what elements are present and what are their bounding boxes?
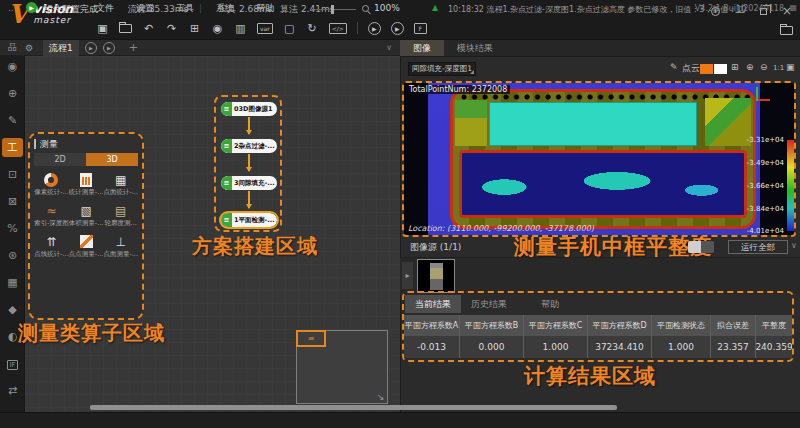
color-swatch-white[interactable] — [714, 64, 727, 74]
operator-point-plane-stat[interactable]: ▦ 点面统计-... — [103, 171, 138, 197]
operator-pixel-stat[interactable]: 像素统计-... — [34, 171, 69, 197]
flow-tab-bar: 品 ⚙ 流程1 ▶ ▶ + ∨ — [0, 40, 400, 56]
operator-point-plane[interactable]: ⊥ 点面测量-... — [103, 233, 138, 259]
color-swatch-orange[interactable] — [700, 64, 713, 74]
logo-text-master: master — [33, 16, 73, 26]
flow-tree-icon[interactable]: 品 — [8, 41, 17, 54]
fit-view-icon[interactable]: ⊞ — [731, 62, 739, 72]
operator-point-line-stat[interactable]: ⇈ 点线统计-... — [34, 233, 69, 259]
node-plane-detect[interactable]: ≡ 1平面检测-... — [221, 213, 277, 227]
status-ready-text: 组件配置完成 — [44, 3, 98, 16]
measure-icon[interactable]: 工 — [2, 138, 23, 157]
format-icon[interactable]: F — [414, 23, 427, 34]
tab-3d[interactable]: 3D — [86, 153, 138, 166]
node-icon: ≡ — [221, 176, 232, 190]
new-window-icon[interactable]: ⊞ — [188, 22, 201, 35]
edit-pencil-icon[interactable]: ✎ — [670, 62, 678, 72]
flowbar-chevron-icon[interactable]: ∨ — [386, 43, 392, 52]
module-icon[interactable]: ▢ — [283, 22, 296, 35]
redo-icon[interactable]: ↷ — [165, 22, 178, 35]
operator-grid: 像素统计-... 统计测量-... ▦ 点面统计-... ≈ 索引-深度图 ▧ … — [34, 171, 138, 259]
horizontal-scrollbar[interactable] — [90, 405, 617, 410]
zoom-slider[interactable] — [312, 9, 356, 10]
display-toggle[interactable] — [688, 241, 714, 253]
minimap-viewport[interactable]: ≡ — [296, 330, 326, 347]
open-folder-icon[interactable] — [119, 24, 132, 33]
run-flow-loop-icon[interactable]: ▶ — [103, 42, 115, 54]
operator-index-depthmap[interactable]: ≈ 索引-深度图 — [34, 202, 69, 228]
zoom-slider-handle[interactable] — [331, 5, 334, 14]
logic-if-icon[interactable]: IF — [7, 360, 17, 370]
position-icon[interactable]: ⊡ — [0, 168, 25, 182]
add-flow-button[interactable]: + — [129, 41, 138, 54]
result-tab-bar: 当前结果 历史结果 帮助 — [405, 295, 569, 313]
script-icon[interactable]: </> — [329, 23, 347, 34]
ratio-1-1-icon[interactable]: 1:1 — [773, 64, 784, 72]
tab-module-result[interactable]: 模块结果 — [444, 40, 506, 56]
wrench-icon[interactable]: ⚙ — [25, 43, 33, 53]
match-icon[interactable]: ⊠ — [0, 195, 25, 209]
camera-icon[interactable]: ◉ — [0, 60, 25, 74]
color-icon[interactable]: ◆ — [0, 303, 25, 317]
tab-2d[interactable]: 2D — [34, 153, 86, 166]
stat-flow-time: 流程 35.33ms — [128, 3, 188, 16]
run-all-select[interactable]: 运行全部 — [728, 240, 788, 254]
result-table-header: 平面方程系数A 平面方程系数B 平面方程系数C 平面方程系数D 平面检测状态 拟… — [404, 315, 792, 336]
node-noise-filter[interactable]: ≡ 2杂点过滤-... — [221, 139, 277, 153]
run-continuous-icon[interactable]: ▶ — [391, 22, 404, 35]
visionmaster-window: V vision master 文件 设置 工具 系统 帮助 — × ▣ ↶ ↷… — [0, 0, 800, 428]
variable-icon[interactable]: var — [257, 23, 273, 34]
zoom-in-icon[interactable]: ⊕ — [746, 62, 754, 72]
sync-icon[interactable]: ↻ — [306, 22, 319, 35]
zoom-out-icon[interactable]: ⊖ — [760, 62, 768, 72]
chart-icon[interactable]: ▦ — [0, 276, 25, 290]
collapse-chevron-icon[interactable]: ∨ — [791, 241, 797, 250]
wave-doc-icon: ▤ — [115, 204, 126, 218]
grid-icon: ▦ — [115, 173, 126, 187]
node-gap-fill[interactable]: ≡ 3间隙填充-... — [221, 176, 277, 190]
run-once-icon[interactable]: ▶ — [368, 22, 381, 35]
operator-volume[interactable]: ▧ 体积测量-... — [69, 202, 104, 228]
tab-flow1[interactable]: 流程1 — [43, 40, 79, 56]
node-icon: ≡ — [221, 139, 232, 153]
operator-point-point[interactable]: 点点测量-... — [69, 233, 104, 259]
deep-learning-icon[interactable]: ⊛ — [0, 249, 25, 263]
donut-chart-icon — [44, 173, 58, 187]
menu-file[interactable]: 文件 — [96, 2, 114, 15]
pole-icon: ⊥ — [115, 235, 125, 249]
communication-icon[interactable]: ⇄ — [0, 384, 25, 398]
resize-handle-icon[interactable]: ↘ — [377, 392, 385, 402]
display-source-select[interactable]: 间隙填充-深度图1 — [408, 62, 476, 76]
operator-profile[interactable]: ▤ 轮廓度测... — [103, 202, 138, 228]
save-icon[interactable]: ▣ — [96, 22, 109, 35]
camera-icon[interactable]: ◉ — [211, 22, 224, 35]
flow-arrow — [248, 191, 250, 208]
tab-image[interactable]: 图像 — [400, 40, 444, 56]
data-queue-icon[interactable]: ▥ — [234, 22, 247, 35]
load-image-folder-icon[interactable] — [780, 26, 793, 35]
val-flatness: 240.359 — [756, 336, 792, 358]
calc-icon[interactable]: % — [0, 222, 25, 236]
more-icon[interactable]: .. — [8, 3, 14, 13]
tab-current-result[interactable]: 当前结果 — [405, 295, 461, 313]
col-fit-error: 拟合误差 — [711, 315, 756, 336]
stat-detail-icon[interactable]: ⊙ — [181, 3, 189, 13]
locate-icon[interactable]: ⊕ — [0, 87, 25, 101]
image-source-label: 图像源 (1/1) — [410, 241, 461, 254]
operator-stat-measure[interactable]: 统计测量-... — [69, 171, 104, 197]
annotation-operators-region: 测量类算子区域 — [18, 320, 165, 347]
version-text: V4.2.1 Build20240118 — [695, 4, 784, 13]
curve-icon: ≈ — [46, 204, 56, 218]
log-panel-icon[interactable]: ▦ — [789, 3, 797, 12]
undo-icon[interactable]: ↶ — [142, 22, 155, 35]
tab-help[interactable]: 帮助 — [531, 295, 569, 313]
image-edit-icon[interactable]: ✎ — [0, 114, 25, 128]
thumbnail-expand-icon[interactable]: ▸ — [402, 262, 413, 289]
val-detect-status: 1.000 — [652, 336, 711, 358]
window-view-icon[interactable]: ▣ — [786, 62, 795, 72]
node-3d-image-source[interactable]: ≡ 03D图像源1 — [221, 102, 277, 116]
thumbnail-strip — [400, 257, 800, 294]
tab-history-result[interactable]: 历史结果 — [461, 295, 517, 313]
image-thumbnail[interactable] — [417, 259, 455, 293]
run-flow-icon[interactable]: ▶ — [85, 42, 97, 54]
